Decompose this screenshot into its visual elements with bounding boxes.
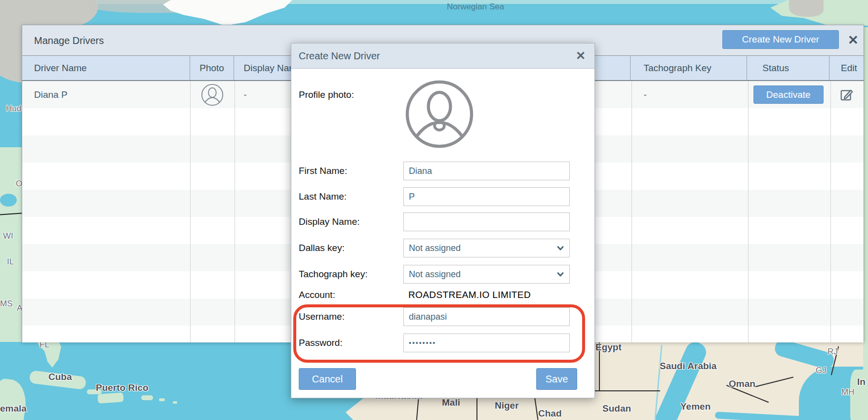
cell-driver-name: Diana P [22, 81, 190, 108]
map-label: Niger [495, 400, 519, 411]
column-header-edit: Edit [829, 56, 864, 80]
account-label: Account: [299, 290, 335, 300]
map-label: Hud [6, 104, 21, 114]
dallas-key-select[interactable]: Not assigned [403, 239, 570, 257]
cancel-button[interactable]: Cancel [299, 368, 356, 390]
map-label: Saudi Arabia [660, 361, 716, 372]
column-header-status: Status [747, 56, 829, 80]
column-header-photo: Photo [190, 56, 235, 80]
cell-photo [190, 81, 235, 108]
password-input[interactable] [403, 334, 570, 352]
create-new-driver-button[interactable]: Create New Driver [722, 30, 839, 49]
account-value: ROADSTREAM.IO LIMITED [408, 290, 531, 300]
cell-tachograph-key: - [631, 81, 748, 108]
map-label: In [857, 377, 866, 387]
modal-header: Create New Driver ✕ [291, 43, 594, 69]
map-label: Yemen [680, 401, 710, 412]
map-landmass [159, 398, 165, 401]
tachograph-key-value: Not assigned [409, 269, 461, 280]
map-label: emala [0, 403, 27, 414]
first-name-label: First Name: [299, 166, 347, 176]
map-label: Mali [442, 397, 460, 408]
first-name-input[interactable] [403, 162, 570, 180]
cell-edit [829, 81, 864, 108]
chevron-down-icon [555, 243, 565, 253]
username-input[interactable] [403, 307, 570, 326]
column-divider [830, 81, 831, 342]
tachograph-key-label: Tachograph key: [299, 269, 367, 280]
map-label: Chad [538, 408, 562, 419]
map-label: MH [841, 387, 854, 397]
column-header-driver-name: Driver Name [22, 56, 190, 80]
column-divider [631, 81, 632, 342]
map-landmass-hispaniola [97, 392, 123, 404]
panel-title: Manage Drivers [34, 25, 104, 56]
map-lake [0, 194, 17, 207]
display-name-label: Display Name: [299, 216, 360, 227]
modal-title: Create New Driver [299, 43, 380, 69]
username-label: Username: [299, 311, 345, 322]
create-new-driver-modal: Create New Driver ✕ Profile photo: First… [291, 43, 595, 398]
map-label: Egypt [595, 342, 622, 353]
password-label: Password: [299, 337, 343, 348]
column-divider [190, 81, 191, 342]
last-name-label: Last Name: [299, 191, 347, 202]
last-name-input[interactable] [403, 187, 570, 206]
map-label: GJ [816, 366, 827, 376]
column-header-tachograph-key: Tachograph Key [631, 56, 747, 80]
profile-photo-label: Profile photo: [299, 89, 354, 100]
edit-icon[interactable] [839, 87, 854, 102]
column-divider [748, 81, 749, 342]
map-landmass-greenland [163, 0, 292, 26]
map-label: IL [7, 257, 14, 267]
column-divider [235, 81, 235, 342]
map-border-line [595, 390, 660, 391]
dallas-key-label: Dallas key: [299, 243, 345, 253]
map-label: Sudan [602, 403, 631, 414]
map-label: Cuba [48, 372, 72, 382]
modal-close-icon[interactable]: ✕ [573, 48, 589, 64]
map-label: Oman [729, 378, 755, 389]
map-label: WI [3, 231, 13, 241]
panel-close-icon[interactable]: ✕ [845, 32, 862, 48]
map-landmass-puerto-rico [141, 395, 153, 400]
driver-photo-icon [201, 84, 224, 106]
tachograph-key-select[interactable]: Not assigned [403, 265, 570, 284]
map-label: RJ [828, 347, 838, 357]
display-name-input[interactable] [403, 212, 570, 231]
dallas-key-value: Not assigned [409, 243, 461, 253]
deactivate-button[interactable]: Deactivate [753, 85, 824, 104]
map-label-sea: Norwegian Sea [447, 2, 504, 12]
cell-status: Deactivate [747, 81, 829, 108]
map-label: MS [0, 299, 13, 309]
save-button[interactable]: Save [536, 368, 577, 390]
map-landmass [173, 401, 177, 404]
map-label: Puerto Rico [96, 382, 149, 393]
profile-avatar-icon[interactable] [405, 80, 474, 149]
chevron-down-icon [555, 269, 565, 279]
map-landmass [789, 0, 824, 17]
